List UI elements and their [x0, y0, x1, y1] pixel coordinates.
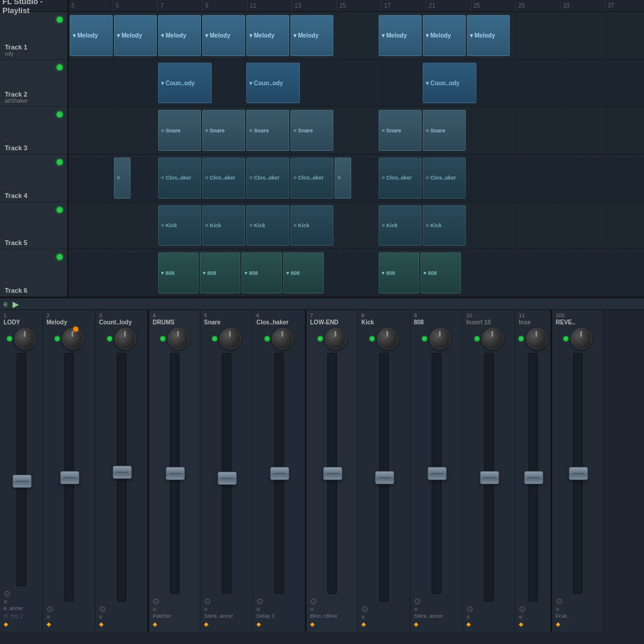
clip[interactable]: ≡ Clos..aker [202, 157, 245, 199]
track-lane-2[interactable]: ▾ Coun..ody ▾ Coun..ody ▾ Coun..ody [69, 60, 644, 107]
clip[interactable]: ▾ 808 [158, 252, 199, 293]
channel-knob[interactable] [219, 328, 241, 349]
clip[interactable]: ▾ Coun..ody [246, 63, 300, 104]
fader-track[interactable] [274, 353, 284, 594]
channel-knob[interactable] [168, 328, 189, 349]
clip[interactable]: ▾ Melody [467, 15, 510, 56]
clip[interactable]: ≡ Snare [202, 110, 245, 151]
track-lane-3[interactable]: ≡ Snare ≡ Snare ≡ Snare ≡ Snare ≡ Snare … [69, 107, 644, 154]
clip[interactable]: ≡ Clos..aker [379, 157, 422, 199]
clip[interactable]: ≡ Kick [379, 205, 422, 246]
fader-track[interactable] [222, 353, 231, 594]
clip[interactable]: ▾ Melody [158, 15, 201, 56]
channel-knob[interactable] [482, 328, 503, 349]
channel-led[interactable] [318, 336, 323, 341]
channel-knob[interactable] [14, 328, 36, 349]
track-led-1[interactable] [57, 17, 63, 23]
clip[interactable]: ≡ Clos..aker [423, 157, 466, 199]
clip[interactable]: ▾ 808 [242, 252, 282, 293]
fader-track[interactable] [528, 353, 538, 602]
clip[interactable]: ▾ 808 [379, 252, 419, 293]
play-button[interactable]: ▶ [13, 299, 19, 309]
clip[interactable]: ▾ Melody [70, 15, 113, 56]
clip[interactable]: ≡ Snare [246, 110, 289, 151]
track-lane-6[interactable]: ▾ 808 ▾ 808 ▾ 808 ▾ 808 ▾ 808 ▾ 808 [69, 249, 644, 296]
channel-knob[interactable] [272, 328, 293, 349]
clip[interactable]: ≡ Clos..aker [158, 157, 201, 199]
channel-knob[interactable] [429, 328, 451, 349]
fader-handle[interactable] [569, 467, 588, 480]
clip[interactable]: ≡ Kick [158, 205, 201, 246]
channel-led[interactable] [519, 336, 524, 341]
fader-track[interactable] [484, 353, 494, 602]
track-led-5[interactable] [57, 207, 63, 213]
clip[interactable]: ≡ Snare [379, 110, 422, 151]
clip[interactable]: ▾ Melody [423, 15, 466, 56]
fader-track[interactable] [379, 353, 389, 602]
clip[interactable]: ≡ Kick [202, 205, 245, 246]
clip[interactable]: ≡ [335, 157, 351, 199]
channel-knob[interactable] [62, 328, 83, 349]
fader-handle[interactable] [60, 471, 79, 484]
clip[interactable]: ▾ 808 [420, 252, 461, 293]
track-header-2[interactable]: ··· Track 2 at/Shaker [0, 60, 67, 107]
track-lane-4[interactable]: ≡ ≡ Clos..aker ≡ Clos..aker ≡ Clos..aker… [69, 154, 644, 202]
fader-handle[interactable] [524, 471, 543, 484]
channel-led[interactable] [107, 336, 112, 341]
channel-led[interactable] [7, 336, 12, 341]
channel-knob[interactable] [526, 328, 547, 349]
fader-track[interactable] [432, 353, 441, 594]
track-led-6[interactable] [57, 254, 63, 260]
channel-led[interactable] [475, 336, 479, 341]
channel-led[interactable] [212, 336, 217, 341]
clip[interactable]: ▾ Coun..ody [423, 63, 476, 104]
fader-handle[interactable] [428, 467, 447, 480]
track-led-4[interactable] [57, 159, 63, 165]
clip[interactable]: ≡ Kick [290, 205, 333, 246]
fader-track[interactable] [573, 353, 583, 594]
clip[interactable]: ▾ Melody [246, 15, 289, 56]
track-led-3[interactable] [57, 112, 63, 117]
channel-led[interactable] [370, 336, 374, 341]
track-header-1[interactable]: ··· Track 1 ody [0, 12, 67, 60]
track-header-5[interactable]: ··· Track 5 [0, 202, 67, 250]
clip[interactable]: ▾ 808 [200, 252, 240, 293]
fader-handle[interactable] [270, 467, 289, 480]
fader-track[interactable] [17, 353, 26, 586]
fader-track[interactable] [327, 353, 337, 594]
channel-led[interactable] [564, 336, 568, 341]
track-header-4[interactable]: ··· Track 4 [0, 154, 67, 202]
channel-knob[interactable] [571, 328, 592, 349]
track-header-3[interactable]: ··· Track 3 [0, 107, 67, 154]
clip[interactable]: ▾ 808 [283, 252, 324, 293]
track-header-6[interactable]: ··· Track 6 [0, 249, 67, 297]
fader-track[interactable] [170, 353, 179, 594]
clip[interactable]: ≡ Kick [423, 205, 466, 246]
fader-handle[interactable] [375, 471, 394, 484]
clip[interactable]: ▾ Melody [290, 15, 333, 56]
channel-knob[interactable] [325, 328, 346, 349]
clip[interactable]: ≡ [114, 157, 131, 199]
channel-led[interactable] [265, 336, 270, 341]
channel-led[interactable] [422, 336, 427, 341]
clip[interactable]: ≡ Clos..aker [246, 157, 289, 199]
fader-handle[interactable] [13, 475, 32, 488]
clip[interactable]: ▾ Coun..ody [158, 63, 212, 104]
clip[interactable]: ▾ Melody [202, 15, 245, 56]
clip[interactable]: ≡ Snare [290, 110, 333, 151]
track-lane-1[interactable]: ▾ Melody ▾ Melody ▾ Melody ▾ Melody ▾ Me… [69, 12, 644, 59]
fader-handle[interactable] [218, 472, 237, 485]
fader-handle[interactable] [480, 471, 499, 484]
channel-knob[interactable] [114, 328, 136, 349]
channel-knob[interactable] [377, 328, 398, 349]
track-led-2[interactable] [57, 64, 63, 70]
fader-track[interactable] [117, 353, 126, 602]
clip[interactable]: ≡ Clos..aker [290, 157, 333, 199]
clip[interactable]: ≡ Snare [423, 110, 466, 151]
channel-led[interactable] [55, 336, 60, 341]
clip[interactable]: ≡ Snare [158, 110, 201, 151]
play-icon[interactable]: e [4, 300, 8, 308]
channel-led[interactable] [160, 336, 165, 341]
clip[interactable]: ≡ Kick [246, 205, 289, 246]
fader-handle[interactable] [323, 467, 342, 480]
